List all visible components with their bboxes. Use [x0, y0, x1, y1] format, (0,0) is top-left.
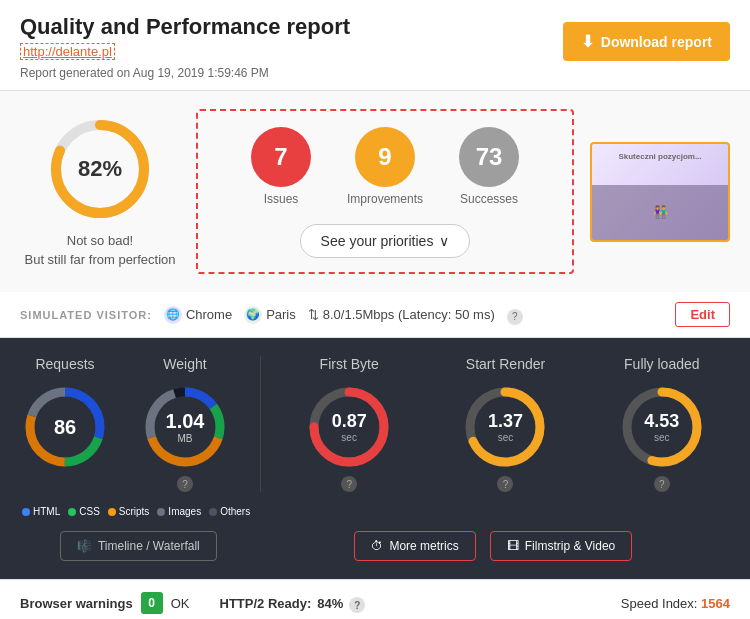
- metrics-top: Requests 86 Weight: [20, 356, 730, 492]
- film-icon: 🎞: [507, 539, 519, 553]
- chevron-down-icon: ∨: [439, 233, 449, 249]
- issues-item: 7 Issues: [251, 127, 311, 206]
- clock-icon: ⏱: [371, 539, 383, 553]
- metrics-right: First Byte 0.87 sec ? Start Render: [261, 356, 730, 492]
- score-donut-svg: [45, 114, 155, 224]
- first-byte-donut: 0.87 sec: [304, 382, 394, 472]
- issues-circle: 7: [251, 127, 311, 187]
- timeline-button[interactable]: 🎼 Timeline / Waterfall: [60, 531, 217, 561]
- http2-section: HTTP/2 Ready: 84% ?: [220, 593, 366, 613]
- start-render-help-icon[interactable]: ?: [497, 476, 513, 492]
- visitor-help-icon[interactable]: ?: [507, 309, 523, 325]
- weight-title: Weight: [163, 356, 206, 372]
- filmstrip-button[interactable]: 🎞 Filmstrip & Video: [490, 531, 632, 561]
- html-dot: [22, 508, 30, 516]
- warnings-badge: 0: [141, 592, 163, 614]
- legend: HTML CSS Scripts Images Others: [22, 506, 250, 517]
- location-name: Paris: [266, 307, 296, 322]
- connection-item: ⇅ 8.0/1.5Mbps (Latency: 50 ms): [308, 307, 495, 322]
- first-byte-title: First Byte: [320, 356, 379, 372]
- weight-help-icon[interactable]: ?: [177, 476, 193, 492]
- video-thumbnail[interactable]: Skuteczni pozycjom... 👫 ▶: [590, 142, 730, 242]
- timeline-icon: 🎼: [77, 539, 92, 553]
- start-render-donut: 1.37 sec: [460, 382, 550, 472]
- page-title: Quality and Performance report: [20, 14, 350, 40]
- chrome-icon: 🌐: [164, 306, 182, 324]
- warnings-section: Browser warnings 0 OK: [20, 592, 190, 614]
- speed-section: Speed Index: 1564: [621, 596, 730, 611]
- warnings-bar: Browser warnings 0 OK HTTP/2 Ready: 84% …: [0, 579, 750, 619]
- header: Quality and Performance report http://de…: [0, 0, 750, 91]
- start-render-metric: Start Render 1.37 sec ?: [460, 356, 550, 492]
- requests-donut: 86: [20, 382, 110, 472]
- improvements-label: Improvements: [347, 192, 423, 206]
- successes-item: 73 Successes: [459, 127, 519, 206]
- weight-donut: 1.04 MB: [140, 382, 230, 472]
- requests-title: Requests: [35, 356, 94, 372]
- http2-value: 84%: [317, 596, 343, 611]
- issues-label: Issues: [264, 192, 299, 206]
- legend-images: Images: [157, 506, 201, 517]
- download-icon: ⬇: [581, 32, 594, 51]
- metrics-panel: Requests 86 Weight: [0, 338, 750, 579]
- legend-others: Others: [209, 506, 250, 517]
- legend-row: HTML CSS Scripts Images Others: [20, 498, 730, 517]
- successes-circle: 73: [459, 127, 519, 187]
- site-url[interactable]: http://delante.pl: [20, 43, 115, 60]
- first-byte-metric: First Byte 0.87 sec ?: [304, 356, 394, 492]
- fully-loaded-help-icon[interactable]: ?: [654, 476, 670, 492]
- fully-loaded-donut: 4.53 sec: [617, 382, 707, 472]
- start-render-value: 1.37 sec: [488, 411, 523, 443]
- priorities-button[interactable]: See your priorities ∨: [300, 224, 471, 258]
- browser-name: Chrome: [186, 307, 232, 322]
- http2-label: HTTP/2 Ready:: [220, 596, 312, 611]
- scripts-dot: [108, 508, 116, 516]
- metrics-left: Requests 86 Weight: [20, 356, 261, 492]
- weight-group: Weight 1.04 MB ?: [140, 356, 230, 492]
- fully-loaded-title: Fully loaded: [624, 356, 700, 372]
- requests-value: 86: [54, 416, 76, 439]
- location-item: 🌍 Paris: [244, 306, 296, 324]
- connection-speed: 8.0/1.5Mbps (Latency: 50 ms): [323, 307, 495, 322]
- fully-loaded-metric: Fully loaded 4.53 sec ?: [617, 356, 707, 492]
- fully-loaded-value: 4.53 sec: [644, 411, 679, 443]
- more-metrics-button[interactable]: ⏱ More metrics: [354, 531, 475, 561]
- connection-arrows-icon: ⇅: [308, 307, 319, 322]
- download-button[interactable]: ⬇ Download report: [563, 22, 730, 61]
- issues-circles: 7 Issues 9 Improvements 73 Successes: [251, 127, 519, 206]
- speed-value[interactable]: 1564: [701, 596, 730, 611]
- css-dot: [68, 508, 76, 516]
- legend-css: CSS: [68, 506, 100, 517]
- improvements-item: 9 Improvements: [347, 127, 423, 206]
- requests-group: Requests 86: [20, 356, 110, 492]
- improvements-circle: 9: [355, 127, 415, 187]
- first-byte-value: 0.87 sec: [332, 411, 367, 443]
- location-icon: 🌍: [244, 306, 262, 324]
- warnings-ok: OK: [171, 596, 190, 611]
- visitor-bar: SIMULATED VISITOR: 🌐 Chrome 🌍 Paris ⇅ 8.…: [0, 292, 750, 338]
- start-render-title: Start Render: [466, 356, 545, 372]
- visitor-info: SIMULATED VISITOR: 🌐 Chrome 🌍 Paris ⇅ 8.…: [20, 305, 523, 325]
- score-donut-container: 82% Not so bad! But still far from perfe…: [20, 114, 180, 268]
- http2-help-icon[interactable]: ?: [349, 597, 365, 613]
- others-dot: [209, 508, 217, 516]
- weight-value: 1.04 MB: [166, 410, 205, 444]
- browser-item: 🌐 Chrome: [164, 306, 232, 324]
- legend-scripts: Scripts: [108, 506, 150, 517]
- summary-section: 82% Not so bad! But still far from perfe…: [0, 91, 750, 292]
- successes-label: Successes: [460, 192, 518, 206]
- visitor-label: SIMULATED VISITOR:: [20, 309, 152, 321]
- metrics-buttons: 🎼 Timeline / Waterfall ⏱ More metrics 🎞 …: [20, 531, 730, 561]
- score-label: Not so bad! But still far from perfectio…: [25, 232, 176, 268]
- generated-date: Report generated on Aug 19, 2019 1:59:46…: [20, 66, 350, 80]
- issues-box: 7 Issues 9 Improvements 73 Successes See…: [196, 109, 574, 274]
- first-byte-help-icon[interactable]: ?: [341, 476, 357, 492]
- speed-label: Speed Index:: [621, 596, 698, 611]
- legend-html: HTML: [22, 506, 60, 517]
- warnings-label: Browser warnings: [20, 596, 133, 611]
- edit-button[interactable]: Edit: [675, 302, 730, 327]
- images-dot: [157, 508, 165, 516]
- header-left: Quality and Performance report http://de…: [20, 14, 350, 80]
